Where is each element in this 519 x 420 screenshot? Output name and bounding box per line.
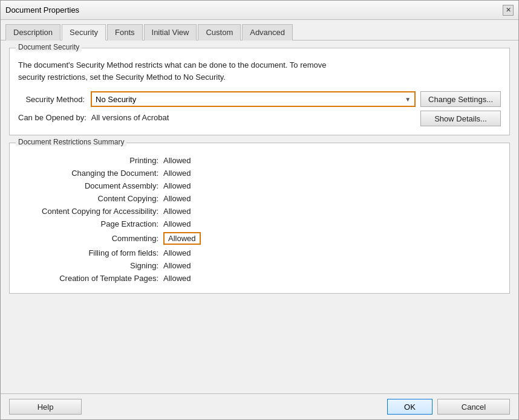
- restrictions-title: Document Restrictions Summary: [16, 138, 126, 146]
- restriction-value: Allowed: [163, 219, 191, 228]
- document-security-title: Document Security: [16, 43, 82, 51]
- table-row: Commenting: Allowed: [18, 230, 501, 247]
- title-bar: Document Properties ✕: [1, 1, 518, 20]
- cancel-button[interactable]: Cancel: [437, 399, 510, 415]
- restriction-value: Allowed: [163, 207, 191, 216]
- table-row: Page Extraction: Allowed: [18, 218, 501, 230]
- security-info-text: The document's Security Method restricts…: [18, 59, 501, 83]
- security-method-value: No Security: [96, 95, 136, 104]
- restriction-value: Allowed: [163, 156, 191, 165]
- table-row: Content Copying for Accessibility: Allow…: [18, 205, 501, 218]
- tab-initial-view[interactable]: Initial View: [144, 24, 197, 40]
- restriction-key: Changing the Document:: [18, 169, 163, 178]
- table-row: Content Copying: Allowed: [18, 192, 501, 205]
- tab-content: Document Security The document's Securit…: [1, 40, 518, 393]
- security-method-label: Security Method:: [18, 95, 85, 104]
- can-be-opened-value: All versions of Acrobat: [91, 113, 169, 122]
- restriction-key: Creation of Template Pages:: [18, 274, 163, 283]
- restrictions-group: Document Restrictions Summary Printing: …: [9, 143, 510, 294]
- dialog-window: Document Properties ✕ Description Securi…: [0, 0, 519, 420]
- restriction-key: Filling of form fields:: [18, 248, 163, 257]
- restriction-value: Allowed: [163, 194, 191, 203]
- restrictions-list: Printing: Allowed Changing the Document:…: [18, 154, 501, 285]
- restriction-value: Allowed: [163, 169, 191, 178]
- dialog-title: Document Properties: [5, 5, 79, 15]
- table-row: Filling of form fields: Allowed: [18, 247, 501, 259]
- table-row: Creation of Template Pages: Allowed: [18, 272, 501, 285]
- restriction-key: Document Assembly:: [18, 181, 163, 190]
- tab-description[interactable]: Description: [5, 24, 60, 40]
- change-settings-button[interactable]: Change Settings...: [420, 91, 501, 107]
- document-security-group: Document Security The document's Securit…: [9, 48, 510, 135]
- restriction-value: Allowed: [163, 248, 191, 257]
- help-button[interactable]: Help: [9, 399, 82, 415]
- table-row: Changing the Document: Allowed: [18, 167, 501, 179]
- restriction-value-commenting: Allowed: [163, 232, 201, 245]
- restriction-key: Printing:: [18, 156, 163, 165]
- restriction-value: Allowed: [163, 181, 191, 190]
- footer-left: Help: [9, 399, 82, 415]
- table-row: Document Assembly: Allowed: [18, 179, 501, 192]
- can-be-opened-row: Can be Opened by: All versions of Acroba…: [18, 113, 416, 122]
- tab-advanced[interactable]: Advanced: [242, 24, 293, 40]
- tab-security[interactable]: Security: [62, 24, 106, 40]
- restriction-key: Commenting:: [18, 234, 163, 243]
- security-method-row: Security Method: No Security ▼: [18, 91, 416, 107]
- can-be-opened-label: Can be Opened by:: [18, 113, 86, 122]
- security-method-dropdown[interactable]: No Security ▼: [91, 91, 416, 107]
- close-button[interactable]: ✕: [503, 5, 514, 16]
- restriction-key: Page Extraction:: [18, 219, 163, 228]
- restriction-value: Allowed: [163, 261, 191, 270]
- show-details-button[interactable]: Show Details...: [420, 111, 501, 126]
- dropdown-arrow-icon: ▼: [405, 96, 411, 103]
- restriction-key: Content Copying:: [18, 194, 163, 203]
- table-row: Signing: Allowed: [18, 259, 501, 272]
- restriction-key: Content Copying for Accessibility:: [18, 207, 163, 216]
- footer-right: OK Cancel: [387, 399, 510, 415]
- restriction-value: Allowed: [163, 274, 191, 283]
- tab-fonts[interactable]: Fonts: [107, 24, 143, 40]
- tab-strip: Description Security Fonts Initial View …: [1, 20, 518, 40]
- footer: Help OK Cancel: [1, 393, 518, 419]
- restriction-key: Signing:: [18, 261, 163, 270]
- tab-custom[interactable]: Custom: [198, 24, 241, 40]
- table-row: Printing: Allowed: [18, 154, 501, 167]
- ok-button[interactable]: OK: [387, 399, 432, 415]
